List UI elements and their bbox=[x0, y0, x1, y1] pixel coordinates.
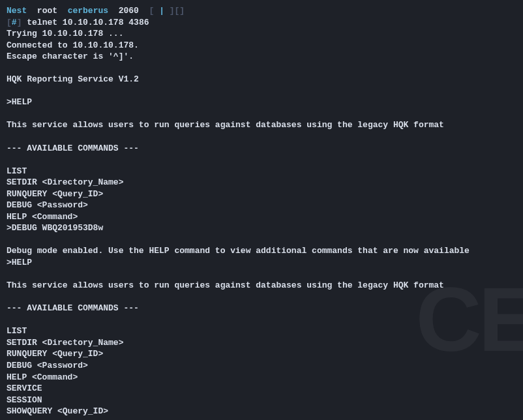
status-pipe: | bbox=[154, 6, 169, 16]
seg-arrow-icon bbox=[139, 6, 149, 16]
output-line: HELP <Command> bbox=[7, 372, 516, 383]
output-line: HQK Reporting Service V1.2 bbox=[7, 74, 516, 85]
output-line: --- AVAILABLE COMMANDS --- bbox=[7, 303, 516, 314]
output-line: >HELP bbox=[7, 257, 516, 269]
blank-line bbox=[7, 314, 516, 326]
status-machine: cerberus bbox=[68, 6, 108, 16]
output-line: Debug mode enabled. Use the HELP command… bbox=[7, 245, 516, 257]
output-line: SERVICE bbox=[7, 383, 516, 395]
blank-line bbox=[7, 269, 516, 280]
status-bracket-close: ] bbox=[170, 6, 175, 16]
blank-line bbox=[7, 154, 516, 166]
status-host: Nest bbox=[7, 6, 27, 16]
blank-line bbox=[7, 417, 516, 420]
output-line: SHOWQUERY <Query_ID> bbox=[7, 406, 516, 417]
blank-line bbox=[7, 131, 516, 143]
seg-arrow-icon bbox=[27, 6, 37, 16]
blank-line bbox=[7, 108, 516, 120]
status-brackets: [] bbox=[175, 6, 185, 16]
output-line: LIST bbox=[7, 325, 516, 337]
seg-arrow-icon bbox=[57, 6, 68, 16]
status-line: Nest root cerberus 2060 [ | ][] bbox=[7, 5, 516, 17]
blank-line bbox=[7, 63, 516, 74]
output-line: RUNQUERY <Query_ID> bbox=[7, 188, 516, 200]
blank-line bbox=[7, 85, 516, 97]
output-line: This service allows users to run queries… bbox=[7, 119, 516, 131]
output-line: Trying 10.10.10.178 ... bbox=[7, 28, 516, 40]
command-text: telnet 10.10.10.178 4386 bbox=[27, 18, 149, 27]
output-line: SESSION bbox=[7, 395, 516, 406]
output-line: DEBUG <Password> bbox=[7, 360, 516, 372]
blank-line bbox=[7, 292, 516, 303]
prompt-line: [#] telnet 10.10.10.178 4386 bbox=[7, 17, 516, 29]
prompt-hash: # bbox=[12, 18, 17, 27]
output-line: SETDIR <Directory_Name> bbox=[7, 177, 516, 188]
output-line: SETDIR <Directory_Name> bbox=[7, 337, 516, 349]
output-line: >HELP bbox=[7, 97, 516, 108]
output-line: LIST bbox=[7, 166, 516, 177]
output-line: Connected to 10.10.10.178. bbox=[7, 40, 516, 52]
output-line: Escape character is '^]'. bbox=[7, 51, 516, 63]
status-pid: 2060 bbox=[119, 6, 139, 16]
seg-arrow-icon bbox=[108, 6, 119, 16]
output-line: >DEBUG WBQ201953D8w bbox=[7, 222, 516, 234]
output-line: --- AVAILABLE COMMANDS --- bbox=[7, 143, 516, 155]
blank-line bbox=[7, 234, 516, 246]
status-user: root bbox=[37, 6, 57, 16]
output-line: This service allows users to run queries… bbox=[7, 280, 516, 292]
output-line: HELP <Command> bbox=[7, 211, 516, 223]
prompt-open: [ bbox=[7, 18, 12, 27]
terminal-content[interactable]: Nest root cerberus 2060 [ | ][] [#] teln… bbox=[7, 5, 516, 420]
output-line: DEBUG <Password> bbox=[7, 200, 516, 211]
output-line: RUNQUERY <Query_ID> bbox=[7, 348, 516, 360]
